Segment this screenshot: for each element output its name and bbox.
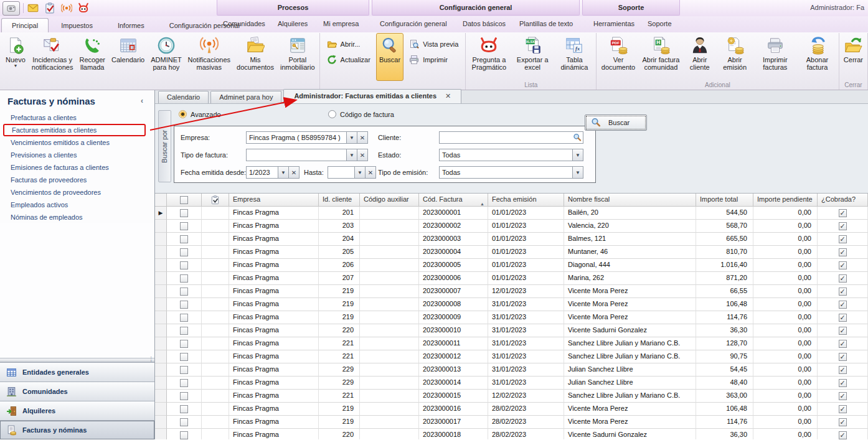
tipo-factura-combo[interactable]: ▼ ✕: [246, 149, 368, 161]
column-header-empresa[interactable]: Empresa: [229, 194, 319, 207]
grid-cell-cobrada[interactable]: ✓: [818, 324, 868, 337]
grid-cell-cobrada[interactable]: ✓: [818, 377, 868, 390]
sidebar-item-facturas-de-proveedores[interactable]: Facturas de proveedores: [0, 174, 154, 186]
ribbon-button-actualizar[interactable]: Actualizar: [323, 52, 375, 67]
table-row[interactable]: Fincas Pragma221202300001512/02/2023Sanc…: [155, 390, 868, 403]
tasks-icon[interactable]: [44, 2, 55, 14]
table-row[interactable]: Fincas Pragma204202300000301/01/2023Balm…: [155, 233, 868, 246]
ribbon-button-incidencias-y-notificaciones[interactable]: Incidencias y notificaciones: [29, 33, 77, 81]
fecha-desde-dropdown-icon[interactable]: ▼: [278, 167, 288, 178]
grid-cell-cobrada[interactable]: ✓: [818, 207, 868, 220]
grid-cell-cobrada[interactable]: ✓: [818, 350, 868, 363]
doc-tab-calendario[interactable]: Calendario: [158, 91, 209, 103]
column-header-fecha-emision[interactable]: Fecha emisión: [488, 194, 564, 207]
ribbon-button-notificaciones-masivas[interactable]: Notificaciones masivas: [185, 33, 234, 81]
row-select-checkbox[interactable]: [167, 324, 202, 337]
table-row[interactable]: Fincas Pragma220202300001828/02/2023Vice…: [155, 429, 868, 439]
row-select-checkbox[interactable]: [167, 429, 202, 439]
buscar-por-vertical-tab[interactable]: Buscar por: [158, 110, 171, 182]
row-select-checkbox[interactable]: [167, 311, 202, 324]
ribbon-button-mis-documentos[interactable]: Mis documentos: [234, 33, 277, 81]
ribbon-button-recoger-llamada[interactable]: Recoger llamada: [76, 33, 108, 81]
column-header-cobrada[interactable]: ¿Cobrada?: [818, 194, 868, 207]
row-select-checkbox[interactable]: [167, 377, 202, 390]
table-row[interactable]: Fincas Pragma221202300001231/01/2023Sanc…: [155, 350, 868, 363]
doc-tab-administrador-facturas-emitidas-a-clientes[interactable]: Administrador: Facturas emitidas a clien…: [283, 89, 461, 103]
row-select-checkbox[interactable]: [167, 220, 202, 233]
grid-cell-cobrada[interactable]: ✓: [818, 363, 868, 377]
empresa-clear-icon[interactable]: ✕: [357, 132, 367, 143]
ribbon-tab-informes[interactable]: Informes: [105, 19, 157, 32]
ribbon-button-imprimir[interactable]: Imprimir: [405, 52, 463, 67]
cliente-input[interactable]: [439, 131, 583, 144]
row-select-checkbox[interactable]: [167, 403, 202, 416]
row-select-checkbox[interactable]: [167, 350, 202, 363]
row-select-checkbox[interactable]: [167, 272, 202, 285]
radio-avanzado[interactable]: Avanzado: [179, 110, 221, 118]
table-row[interactable]: Fincas Pragma206202300000501/01/2023Diag…: [155, 259, 868, 272]
column-header-cod-factura[interactable]: Cód. Factura▲: [419, 194, 488, 207]
grid-cell-cobrada[interactable]: ✓: [818, 429, 868, 439]
ribbon-subtab-soporte-7[interactable]: Soporte: [648, 20, 672, 27]
grid-cell-cobrada[interactable]: ✓: [818, 233, 868, 246]
tipo-emision-combo[interactable]: Todas ▼: [439, 166, 583, 179]
row-select-checkbox[interactable]: [167, 285, 202, 298]
ribbon-subtab-plantillas-de-texto-5[interactable]: Plantillas de texto: [519, 20, 573, 27]
ribbon-subtab-comunidades-0[interactable]: Comunidades: [223, 20, 265, 27]
radio-codigo-de-factura[interactable]: Código de factura: [328, 110, 394, 118]
fecha-desde-combo[interactable]: 1/2023 ▼ ✕: [246, 166, 300, 179]
sidebar-item-emisiones-de-facturas-a-clientes[interactable]: Emisiones de facturas a clientes: [0, 161, 154, 174]
ribbon-button-exportar-a-excel[interactable]: XLSXExportar a excel: [511, 33, 554, 81]
table-row[interactable]: Fincas Pragma219202300000931/01/2023Vice…: [155, 311, 868, 324]
sidebar-item-empleados-activos[interactable]: Empleados activos: [0, 199, 154, 211]
ribbon-subtab-alquileres-1[interactable]: Alquileres: [278, 20, 308, 27]
row-select-checkbox[interactable]: [167, 363, 202, 377]
table-row[interactable]: Fincas Pragma207202300000601/01/2023Mari…: [155, 272, 868, 285]
table-row[interactable]: Fincas Pragma229202300001331/01/2023Juli…: [155, 363, 868, 377]
grid-cell-cobrada[interactable]: ✓: [818, 403, 868, 416]
column-header-importe-total[interactable]: Importe total: [696, 194, 753, 207]
ribbon-button-portal-inmobiliario[interactable]: Portal inmobiliario: [277, 33, 318, 81]
sidebar-nav-comunidades[interactable]: Comunidades: [0, 381, 154, 401]
estado-dropdown-icon[interactable]: ▼: [572, 149, 583, 161]
table-row[interactable]: Fincas Pragma203202300000201/01/2023Vale…: [155, 220, 868, 233]
ribbon-subtab-datos-basicos-4[interactable]: Datos básicos: [463, 20, 506, 27]
table-row[interactable]: ▶Fincas Pragma201202300000101/01/2023Bai…: [155, 207, 868, 220]
ribbon-subtab-configuracion-general-3[interactable]: Configuración general: [380, 20, 447, 27]
ribbon-button-vista-previa[interactable]: Vista previa: [405, 36, 463, 52]
column-header-id-cliente[interactable]: Id. cliente: [319, 194, 360, 207]
ribbon-button-pregunta-a-pragmatico[interactable]: Pregunta a Pragmático: [467, 33, 511, 81]
sidebar-nav-facturas-y-nominas[interactable]: Facturas y nóminas: [0, 420, 154, 439]
row-select-checkbox[interactable]: [167, 298, 202, 311]
fecha-desde-clear-icon[interactable]: ✕: [288, 167, 299, 178]
grid-cell-cobrada[interactable]: ✓: [818, 259, 868, 272]
mail-icon[interactable]: [27, 2, 39, 14]
grid-cell-cobrada[interactable]: ✓: [818, 285, 868, 298]
sidebar-item-vencimientos-de-proveedores[interactable]: Vencimientos de proveedores: [0, 186, 154, 199]
hasta-dropdown-icon[interactable]: ▼: [354, 167, 365, 178]
grid-cell-cobrada[interactable]: ✓: [818, 390, 868, 403]
robot-icon[interactable]: [78, 2, 89, 14]
ribbon-button-nuevo[interactable]: Nuevo▼: [2, 33, 29, 81]
grid-cell-cobrada[interactable]: ✓: [818, 298, 868, 311]
sidebar-collapse-icon[interactable]: ‹: [136, 96, 148, 105]
sidebar-splitter[interactable]: ⁞: [0, 358, 154, 362]
ribbon-button-calendario[interactable]: Calendario: [108, 33, 148, 81]
table-row[interactable]: Fincas Pragma219202300001628/02/2023Vice…: [155, 403, 868, 416]
grid-cell-cobrada[interactable]: ✓: [818, 416, 868, 429]
check-column-header[interactable]: [202, 194, 229, 207]
doc-tab-adminet-para-hoy[interactable]: Adminet para hoy: [210, 91, 281, 103]
column-header-codigo-auxiliar[interactable]: Código auxiliar: [360, 194, 419, 207]
hasta-clear-icon[interactable]: ✕: [365, 167, 375, 178]
table-row[interactable]: Fincas Pragma219202300000831/01/2023Vice…: [155, 298, 868, 311]
close-tab-icon[interactable]: ✕: [445, 92, 451, 100]
buscar-button[interactable]: Buscar: [585, 115, 647, 131]
table-row[interactable]: Fincas Pragma219202300000712/01/2023Vice…: [155, 285, 868, 298]
ribbon-button-imprimir-facturas[interactable]: Imprimir facturas: [753, 33, 797, 81]
ribbon-button-abrir[interactable]: Abrir...: [323, 36, 375, 52]
row-select-checkbox[interactable]: [167, 259, 202, 272]
grid-cell-cobrada[interactable]: ✓: [818, 220, 868, 233]
ribbon-button-abonar-factura[interactable]: Abonar factura: [797, 33, 837, 81]
estado-combo[interactable]: Todas ▼: [439, 149, 583, 161]
tipo-emision-dropdown-icon[interactable]: ▼: [572, 167, 583, 178]
